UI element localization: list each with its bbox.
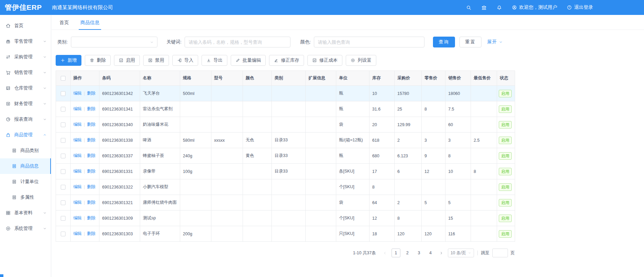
cell-stock: 31.6 [370,101,395,117]
delete-button[interactable]: 删除 [85,55,111,66]
tab-home[interactable]: 首页 [54,15,75,30]
add-button[interactable]: 新增 [56,55,81,66]
sidebar-item-finance[interactable]: 财务管理 [0,96,51,112]
expand-link[interactable]: 展开 [487,39,503,45]
bank-icon[interactable] [481,5,487,11]
delete-link[interactable]: 删除 [87,106,95,111]
table-row[interactable]: 编辑|删除6901236301321康师傅红烧牛肉面袋64255启用 [56,195,515,211]
cell-ext [306,133,336,148]
jump-page-input[interactable] [492,249,508,257]
sidebar-item-multi-attribute[interactable]: 多属性 [0,190,51,205]
table-row[interactable]: 编辑|删除6901236301309测试sp个[SKU]12815启用 [56,211,515,226]
table-row[interactable]: 编辑|删除6901236301341雷达杀虫气雾剂瓶31.62587.5启用 [56,101,515,117]
edit-link[interactable]: 编辑 [73,200,82,205]
fix-stock-button[interactable]: 修正库存 [269,55,304,66]
cell-retail-price [422,86,446,101]
cell-purchase-price: 15780 [395,86,422,101]
table-row[interactable]: 编辑|删除6901236301337蜂蜜柚子茶240g黄色目录33瓶6806.1… [56,148,515,164]
table-row[interactable]: 编辑|删除6901236301303电子手环200g只[SKU]18120120… [56,226,515,242]
disable-button[interactable]: 禁用 [143,55,169,66]
sidebar-item-basic-data[interactable]: 基本资料 [0,205,51,221]
row-actions-cell: 编辑|删除 [71,226,99,242]
import-button[interactable]: 导入 [172,55,198,66]
sidebar-item-measure-units[interactable]: 计量单位 [0,174,51,190]
column-header: 颜色 [243,71,272,86]
row-checkbox[interactable] [61,138,65,143]
fix-cost-button[interactable]: 修正成本 [307,55,342,66]
row-checkbox[interactable] [61,200,65,205]
sidebar-item-goods-info[interactable]: 商品信息 [0,158,51,174]
logout-button[interactable]: 退出登录 [567,4,593,11]
category-select[interactable] [71,37,157,47]
edit-link[interactable]: 编辑 [73,91,82,96]
user-menu[interactable]: 欢迎您，测试用户 [512,4,557,11]
page-button-3[interactable]: 3 [415,249,423,257]
row-checkbox[interactable] [61,232,65,236]
delete-link[interactable]: 删除 [87,122,95,127]
row-checkbox[interactable] [61,122,65,127]
row-checkbox[interactable] [61,216,65,221]
status-cell: 启用 [497,211,515,226]
row-actions-cell: 编辑|删除 [71,101,99,117]
edit-link[interactable]: 编辑 [73,153,82,158]
edit-link[interactable]: 编辑 [73,169,82,174]
chevron-down-icon [43,71,47,75]
page-button-2[interactable]: 2 [403,249,412,257]
enable-button[interactable]: 启用 [114,55,140,66]
column-settings-button[interactable]: 列设置 [346,55,376,66]
table-row[interactable]: 编辑|删除6901236301322小鹏汽车模型个[SKU]8启用 [56,179,515,195]
color-input[interactable] [314,37,424,47]
tab-goods-info[interactable]: 商品信息 [75,15,105,30]
delete-link[interactable]: 删除 [87,216,95,220]
cell-retail-price: 8 [422,101,446,117]
reset-button[interactable]: 重置 [459,37,481,47]
bell-icon[interactable] [496,5,502,11]
table-row[interactable]: 编辑|删除6901236301338啤酒580mlxxsxx无色目录33瓶/(箱… [56,133,515,148]
edit-link[interactable]: 编辑 [73,184,82,189]
sidebar-item-goods-category[interactable]: 商品类别 [0,143,51,158]
row-checkbox[interactable] [61,169,65,174]
row-checkbox[interactable] [61,107,65,112]
cell-retail-price: 3 [422,133,446,148]
page-button-4[interactable]: 4 [426,249,435,257]
sidebar-item-reports[interactable]: 报表查询 [0,112,51,127]
delete-link[interactable]: 删除 [87,200,95,205]
status-cell: 启用 [497,117,515,133]
edit-link[interactable]: 编辑 [73,122,82,127]
edit-link[interactable]: 编辑 [73,106,82,111]
table-row[interactable]: 编辑|删除6901236301331录像带100g目录33条[SKU]17612… [56,164,515,179]
sidebar-item-goods[interactable]: 商品管理 [0,127,51,143]
page-button-1[interactable]: 1 [392,249,400,257]
keyword-input[interactable] [185,37,290,47]
edit-link[interactable]: 编辑 [73,138,82,142]
row-checkbox[interactable] [61,185,65,190]
sidebar-item-sales[interactable]: 销售管理 [0,65,51,80]
delete-link[interactable]: 删除 [87,91,95,96]
edit-link[interactable]: 编辑 [73,231,82,236]
page-size-select[interactable]: 10 条/页 [448,249,474,257]
table-row[interactable]: 编辑|删除6901236301340奶油味爆米花袋20129.9960启用 [56,117,515,133]
edit-link[interactable]: 编辑 [73,216,82,220]
batch-edit-button[interactable]: 批量编辑 [231,55,266,66]
row-checkbox[interactable] [61,91,65,96]
prev-page-button[interactable] [381,249,389,257]
search-button[interactable]: 查询 [433,37,455,47]
sidebar-item-retail[interactable]: 零售管理 [0,34,51,49]
search-icon[interactable] [466,5,472,11]
next-page-button[interactable] [438,249,445,257]
sidebar-item-label: 报表查询 [14,116,33,122]
row-checkbox[interactable] [61,154,65,158]
delete-link[interactable]: 删除 [87,153,95,158]
sidebar-item-purchase[interactable]: 采购管理 [0,49,51,65]
sidebar-item-system[interactable]: 系统管理 [0,221,51,236]
select-all-checkbox[interactable] [61,76,65,81]
sidebar-item-home[interactable]: 首页 [0,18,51,34]
table-row[interactable]: 编辑|删除6901236301342飞天茅台500ml瓶101578018060… [56,86,515,101]
delete-link[interactable]: 删除 [87,231,95,236]
delete-link[interactable]: 删除 [87,138,95,142]
sidebar-item-warehouse[interactable]: 仓库管理 [0,80,51,96]
delete-link[interactable]: 删除 [87,169,95,174]
delete-link[interactable]: 删除 [87,184,95,189]
products-table: 操作条码名称规格型号颜色类别扩展信息单位库存采购价零售价销售价最低售价状态编辑|… [56,71,515,242]
export-button[interactable]: 导出 [202,55,227,66]
